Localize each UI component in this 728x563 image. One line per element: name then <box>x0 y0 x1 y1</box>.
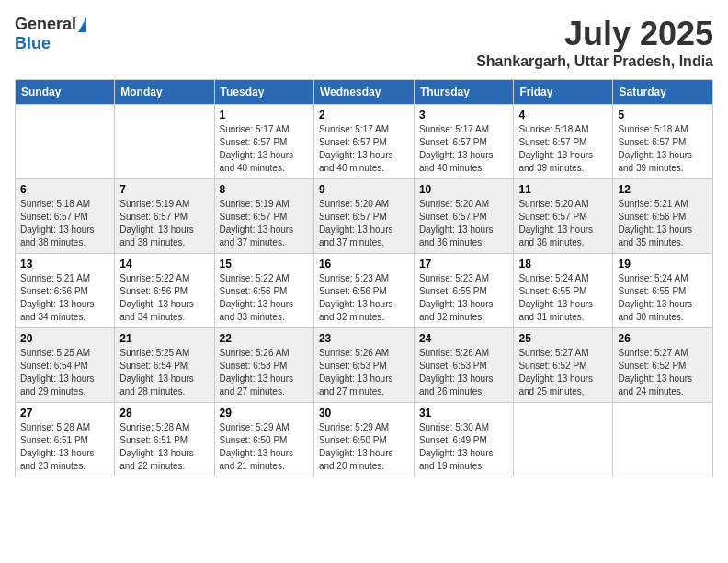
day-number: 25 <box>518 332 608 345</box>
day-number: 29 <box>220 407 309 419</box>
day-number: 14 <box>119 258 209 270</box>
day-detail: Sunrise: 5:26 AMSunset: 6:53 PMDaylight:… <box>419 347 509 398</box>
day-detail: Sunrise: 5:18 AMSunset: 6:57 PMDaylight:… <box>20 198 109 249</box>
day-number: 6 <box>20 183 109 196</box>
calendar-cell: 4Sunrise: 5:18 AMSunset: 6:57 PMDaylight… <box>514 105 613 179</box>
day-detail: Sunrise: 5:21 AMSunset: 6:56 PMDaylight:… <box>20 272 109 324</box>
calendar-cell: 31Sunrise: 5:30 AMSunset: 6:49 PMDayligh… <box>414 403 514 477</box>
calendar-cell <box>514 403 613 477</box>
calendar-cell: 20Sunrise: 5:25 AMSunset: 6:54 PMDayligh… <box>16 328 115 403</box>
calendar-cell: 6Sunrise: 5:18 AMSunset: 6:57 PMDaylight… <box>16 179 115 254</box>
day-number: 10 <box>419 183 509 196</box>
day-detail: Sunrise: 5:29 AMSunset: 6:50 PMDaylight:… <box>319 421 409 473</box>
day-number: 9 <box>319 183 409 196</box>
title-area: July 2025 Shankargarh, Uttar Pradesh, In… <box>476 15 713 70</box>
weekday-header: Friday <box>514 80 613 105</box>
day-detail: Sunrise: 5:26 AMSunset: 6:53 PMDaylight:… <box>319 347 409 398</box>
calendar-cell: 13Sunrise: 5:21 AMSunset: 6:56 PMDayligh… <box>16 254 115 328</box>
logo-triangle-icon <box>78 17 86 32</box>
day-number: 19 <box>618 258 708 270</box>
day-number: 24 <box>419 332 509 345</box>
day-detail: Sunrise: 5:28 AMSunset: 6:51 PMDaylight:… <box>20 421 109 473</box>
weekday-header: Saturday <box>613 80 713 105</box>
logo-blue-text: Blue <box>15 34 51 52</box>
day-number: 3 <box>419 109 509 121</box>
logo: General Blue <box>15 15 86 53</box>
day-detail: Sunrise: 5:21 AMSunset: 6:56 PMDaylight:… <box>618 198 708 249</box>
month-year: July 2025 <box>476 15 713 53</box>
day-detail: Sunrise: 5:23 AMSunset: 6:55 PMDaylight:… <box>419 272 509 324</box>
weekday-header: Tuesday <box>214 80 313 105</box>
day-number: 1 <box>220 109 309 121</box>
day-number: 18 <box>518 258 608 270</box>
calendar-cell: 18Sunrise: 5:24 AMSunset: 6:55 PMDayligh… <box>514 254 613 328</box>
day-detail: Sunrise: 5:23 AMSunset: 6:56 PMDaylight:… <box>319 272 409 324</box>
calendar-cell: 23Sunrise: 5:26 AMSunset: 6:53 PMDayligh… <box>313 328 414 403</box>
calendar-week-row: 6Sunrise: 5:18 AMSunset: 6:57 PMDaylight… <box>16 179 713 254</box>
location: Shankargarh, Uttar Pradesh, India <box>476 53 713 70</box>
day-number: 7 <box>119 183 209 196</box>
weekday-header: Monday <box>115 80 214 105</box>
calendar-cell <box>16 105 115 179</box>
calendar-cell: 12Sunrise: 5:21 AMSunset: 6:56 PMDayligh… <box>613 179 713 254</box>
calendar-cell <box>115 105 214 179</box>
day-detail: Sunrise: 5:18 AMSunset: 6:57 PMDaylight:… <box>618 123 708 175</box>
calendar-cell: 10Sunrise: 5:20 AMSunset: 6:57 PMDayligh… <box>414 179 514 254</box>
weekday-header: Wednesday <box>313 80 414 105</box>
day-number: 4 <box>518 109 608 121</box>
calendar-week-row: 1Sunrise: 5:17 AMSunset: 6:57 PMDaylight… <box>16 105 713 179</box>
calendar-cell: 30Sunrise: 5:29 AMSunset: 6:50 PMDayligh… <box>313 403 414 477</box>
day-number: 11 <box>518 183 608 196</box>
calendar-cell: 7Sunrise: 5:19 AMSunset: 6:57 PMDaylight… <box>115 179 214 254</box>
day-number: 5 <box>618 109 708 121</box>
day-detail: Sunrise: 5:25 AMSunset: 6:54 PMDaylight:… <box>20 347 109 398</box>
day-number: 17 <box>419 258 509 270</box>
calendar-cell: 16Sunrise: 5:23 AMSunset: 6:56 PMDayligh… <box>313 254 414 328</box>
day-number: 12 <box>618 183 708 196</box>
calendar-cell: 29Sunrise: 5:29 AMSunset: 6:50 PMDayligh… <box>214 403 313 477</box>
calendar-cell: 8Sunrise: 5:19 AMSunset: 6:57 PMDaylight… <box>214 179 313 254</box>
calendar-cell: 24Sunrise: 5:26 AMSunset: 6:53 PMDayligh… <box>414 328 514 403</box>
calendar-week-row: 27Sunrise: 5:28 AMSunset: 6:51 PMDayligh… <box>16 403 713 477</box>
day-detail: Sunrise: 5:19 AMSunset: 6:57 PMDaylight:… <box>119 198 209 249</box>
day-detail: Sunrise: 5:30 AMSunset: 6:49 PMDaylight:… <box>419 421 509 473</box>
weekday-header: Thursday <box>414 80 514 105</box>
weekday-header: Sunday <box>16 80 115 105</box>
day-detail: Sunrise: 5:20 AMSunset: 6:57 PMDaylight:… <box>419 198 509 249</box>
day-number: 16 <box>319 258 409 270</box>
calendar-cell: 15Sunrise: 5:22 AMSunset: 6:56 PMDayligh… <box>214 254 313 328</box>
calendar-cell: 1Sunrise: 5:17 AMSunset: 6:57 PMDaylight… <box>214 105 313 179</box>
day-detail: Sunrise: 5:24 AMSunset: 6:55 PMDaylight:… <box>518 272 608 324</box>
calendar-cell: 2Sunrise: 5:17 AMSunset: 6:57 PMDaylight… <box>313 105 414 179</box>
calendar-cell <box>613 403 713 477</box>
day-number: 21 <box>119 332 209 345</box>
day-detail: Sunrise: 5:19 AMSunset: 6:57 PMDaylight:… <box>220 198 309 249</box>
calendar-cell: 19Sunrise: 5:24 AMSunset: 6:55 PMDayligh… <box>613 254 713 328</box>
day-detail: Sunrise: 5:20 AMSunset: 6:57 PMDaylight:… <box>518 198 608 249</box>
calendar-cell: 5Sunrise: 5:18 AMSunset: 6:57 PMDaylight… <box>613 105 713 179</box>
weekday-header-row: SundayMondayTuesdayWednesdayThursdayFrid… <box>16 80 713 105</box>
day-number: 26 <box>618 332 708 345</box>
day-number: 2 <box>319 109 409 121</box>
day-detail: Sunrise: 5:25 AMSunset: 6:54 PMDaylight:… <box>119 347 209 398</box>
day-number: 28 <box>119 407 209 419</box>
logo-general-text: General <box>15 15 76 34</box>
day-number: 27 <box>20 407 109 419</box>
day-number: 22 <box>220 332 309 345</box>
day-detail: Sunrise: 5:28 AMSunset: 6:51 PMDaylight:… <box>119 421 209 473</box>
day-number: 20 <box>20 332 109 345</box>
calendar-week-row: 20Sunrise: 5:25 AMSunset: 6:54 PMDayligh… <box>16 328 713 403</box>
calendar-cell: 27Sunrise: 5:28 AMSunset: 6:51 PMDayligh… <box>16 403 115 477</box>
calendar-cell: 3Sunrise: 5:17 AMSunset: 6:57 PMDaylight… <box>414 105 514 179</box>
day-number: 23 <box>319 332 409 345</box>
day-detail: Sunrise: 5:18 AMSunset: 6:57 PMDaylight:… <box>518 123 608 175</box>
day-detail: Sunrise: 5:26 AMSunset: 6:53 PMDaylight:… <box>220 347 309 398</box>
calendar-cell: 26Sunrise: 5:27 AMSunset: 6:52 PMDayligh… <box>613 328 713 403</box>
calendar-cell: 14Sunrise: 5:22 AMSunset: 6:56 PMDayligh… <box>115 254 214 328</box>
calendar-cell: 17Sunrise: 5:23 AMSunset: 6:55 PMDayligh… <box>414 254 514 328</box>
day-detail: Sunrise: 5:29 AMSunset: 6:50 PMDaylight:… <box>220 421 309 473</box>
day-number: 13 <box>20 258 109 270</box>
day-number: 31 <box>419 407 509 419</box>
calendar-cell: 9Sunrise: 5:20 AMSunset: 6:57 PMDaylight… <box>313 179 414 254</box>
day-detail: Sunrise: 5:27 AMSunset: 6:52 PMDaylight:… <box>618 347 708 398</box>
